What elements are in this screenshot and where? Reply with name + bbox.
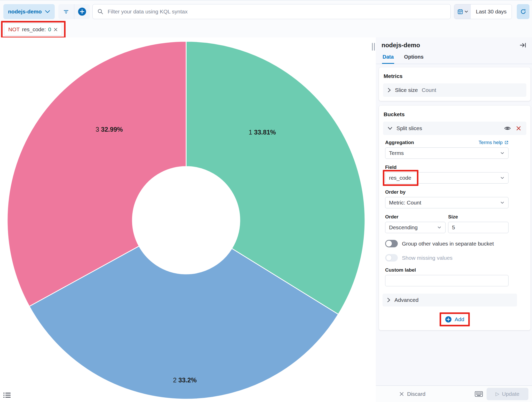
discard-button[interactable]: Discard bbox=[398, 391, 427, 397]
update-label: Update bbox=[502, 391, 519, 397]
order-by-label: Order by bbox=[385, 189, 509, 195]
filter-pill-field: res_code: bbox=[22, 26, 46, 33]
sidebar-header: nodejs-demo bbox=[376, 37, 532, 49]
order-by-select[interactable]: Metric: Count bbox=[385, 197, 509, 208]
keyboard-shortcut-icon bbox=[475, 391, 483, 397]
group-other-toggle-row[interactable]: Group other values in separate bucket bbox=[385, 240, 509, 247]
kql-search-bar bbox=[92, 4, 451, 19]
update-button[interactable]: ▷ Update bbox=[487, 388, 528, 400]
date-quick-select-button[interactable] bbox=[454, 4, 471, 19]
split-slices-label: Split slices bbox=[396, 125, 422, 131]
sidebar-tabs: Data Options bbox=[376, 52, 532, 64]
field-select[interactable]: res_code bbox=[385, 172, 509, 184]
tab-data[interactable]: Data bbox=[382, 52, 394, 64]
field-value: res_code bbox=[389, 175, 500, 181]
buckets-card: Buckets Split slices bbox=[379, 106, 530, 330]
field-label: Field bbox=[385, 164, 509, 170]
slice-label-1: 1 33.81% bbox=[249, 129, 276, 136]
close-icon bbox=[399, 391, 404, 397]
advanced-label: Advanced bbox=[394, 297, 418, 303]
filter-button-group bbox=[58, 4, 90, 19]
aggregation-select[interactable]: Terms bbox=[385, 147, 509, 159]
buckets-title: Buckets bbox=[384, 111, 526, 117]
data-view-label: nodejs-demo bbox=[8, 9, 42, 15]
chevron-right-icon bbox=[387, 88, 391, 93]
remove-bucket-x-icon[interactable] bbox=[515, 125, 522, 132]
metrics-card: Metrics Slice size Count bbox=[379, 67, 530, 101]
remove-filter-icon[interactable] bbox=[53, 27, 58, 32]
size-label: Size bbox=[448, 214, 509, 220]
chevron-down-icon bbox=[437, 225, 442, 230]
chevron-down-icon bbox=[45, 10, 50, 13]
play-icon: ▷ bbox=[496, 391, 499, 396]
custom-label-label: Custom label bbox=[385, 267, 509, 273]
add-filter-button[interactable] bbox=[74, 4, 90, 19]
search-icon bbox=[97, 9, 104, 15]
external-link-icon bbox=[504, 140, 509, 145]
filter-icon bbox=[63, 9, 69, 15]
advanced-accordion[interactable]: Advanced bbox=[383, 294, 517, 306]
plus-circle-icon bbox=[445, 316, 452, 323]
order-label: Order bbox=[385, 214, 446, 220]
pie-chart-panel: 1 33.81%2 33.2%3 32.99% bbox=[0, 37, 376, 402]
metrics-title: Metrics bbox=[384, 73, 526, 79]
slice-size-metric-row[interactable]: Slice size Count bbox=[383, 83, 526, 97]
add-bucket-button[interactable]: Add bbox=[442, 314, 467, 325]
custom-label-input[interactable] bbox=[385, 275, 509, 286]
slice-label-3: 3 32.99% bbox=[96, 126, 123, 133]
toggle-off-switch[interactable] bbox=[385, 240, 398, 247]
chevron-down-icon bbox=[387, 127, 393, 130]
legend-list-icon bbox=[3, 392, 11, 398]
calendar-icon bbox=[457, 9, 463, 15]
filter-pill-negate: NOT bbox=[8, 26, 20, 33]
kibana-visualize-editor: nodejs-demo bbox=[0, 0, 532, 402]
terms-help-link[interactable]: Terms help bbox=[479, 140, 509, 145]
panel-resize-handle[interactable] bbox=[372, 43, 376, 51]
tab-options[interactable]: Options bbox=[403, 52, 424, 64]
order-select[interactable]: Descending bbox=[385, 222, 446, 233]
chevron-right-icon bbox=[387, 297, 391, 303]
order-by-value: Metric: Count bbox=[389, 200, 500, 206]
add-label: Add bbox=[455, 316, 464, 322]
data-view-picker[interactable]: nodejs-demo bbox=[3, 4, 55, 19]
collapse-panel-icon[interactable] bbox=[519, 42, 527, 49]
refresh-icon bbox=[520, 8, 527, 15]
sidebar-footer: Discard ▷ Update bbox=[376, 385, 532, 402]
filter-pill-wrap: NOT res_code: 0 bbox=[4, 23, 62, 36]
kql-search-input[interactable] bbox=[107, 8, 446, 15]
slice-size-value: Count bbox=[422, 87, 436, 93]
sidebar-content: Metrics Slice size Count Buckets Split s… bbox=[376, 64, 532, 385]
chevron-down-icon bbox=[465, 11, 468, 13]
filter-pill[interactable]: NOT res_code: 0 bbox=[4, 23, 62, 36]
donut-chart-svg bbox=[0, 37, 376, 402]
filter-menu-button[interactable] bbox=[58, 4, 74, 19]
query-bar: nodejs-demo bbox=[0, 0, 532, 38]
editor-sidebar: nodejs-demo Data Options Metrics Slice s… bbox=[376, 37, 532, 402]
slice-label-2: 2 33.2% bbox=[173, 376, 197, 384]
slice-size-label: Slice size bbox=[395, 87, 418, 93]
legend-toggle-button[interactable] bbox=[2, 391, 12, 399]
show-missing-label: Show missing values bbox=[402, 255, 452, 261]
aggregation-value: Terms bbox=[389, 150, 500, 156]
chevron-down-icon bbox=[500, 200, 505, 205]
split-slices-header[interactable]: Split slices bbox=[383, 122, 526, 135]
sidebar-title: nodejs-demo bbox=[382, 42, 420, 49]
discard-label: Discard bbox=[407, 391, 425, 397]
filter-pill-value: 0 bbox=[48, 26, 51, 33]
group-other-label: Group other values in separate bucket bbox=[402, 241, 494, 247]
chevron-down-icon bbox=[500, 176, 505, 180]
bucket-form: Aggregation Terms help Terms bbox=[385, 140, 509, 286]
refresh-button[interactable] bbox=[517, 4, 529, 19]
aggregation-label: Aggregation bbox=[385, 140, 414, 145]
add-bucket-wrap: Add bbox=[442, 314, 467, 325]
chevron-down-icon bbox=[500, 151, 505, 155]
size-input[interactable] bbox=[448, 222, 509, 233]
show-missing-toggle-row: Show missing values bbox=[385, 254, 509, 262]
plus-circle-icon bbox=[78, 7, 86, 16]
order-value: Descending bbox=[389, 224, 437, 231]
toggle-disabled-switch bbox=[385, 254, 398, 262]
date-picker: Last 30 days bbox=[454, 4, 512, 19]
time-range-button[interactable]: Last 30 days bbox=[471, 4, 512, 19]
toggle-visibility-eye-icon[interactable] bbox=[504, 125, 511, 132]
